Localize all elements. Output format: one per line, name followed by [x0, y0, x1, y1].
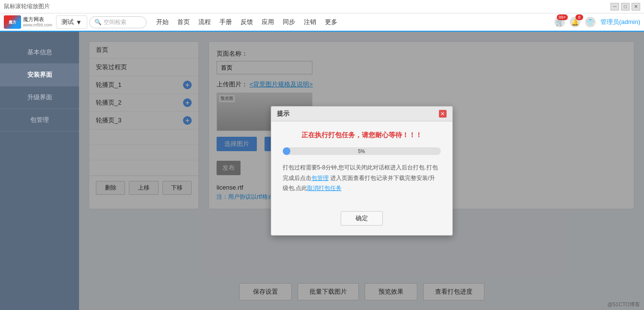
cancel-task-link[interactable]: 取消打包任务 — [307, 185, 342, 191]
nav-sync[interactable]: 同步 — [283, 18, 295, 26]
modal-body: 正在执行打包任务，请您耐心等待！！！ 5% 打包过程需要5-8分钟,您可以关闭此… — [271, 121, 452, 211]
title-bar: 鼠标滚轮缩放图片 ─ □ ✕ — [0, 0, 644, 13]
logo: 魔方 魔方网表 www.mf99.com — [4, 15, 52, 29]
user-label[interactable]: 管理员(admin) — [600, 18, 640, 26]
package-mgmt-link[interactable]: 包管理 — [311, 175, 329, 181]
maximize-button[interactable]: □ — [621, 3, 630, 11]
nav-items: 开始 首页 流程 手册 反馈 应用 同步 注销 更多 — [156, 18, 337, 26]
progress-bar-fill — [283, 147, 291, 155]
shirt-icon: 👕 — [585, 17, 596, 27]
nav-app[interactable]: 应用 — [262, 18, 274, 26]
menu-right: 🛒 99+ 🔔 8 👕 管理员(admin) — [554, 17, 640, 27]
window-title: 鼠标滚轮缩放图片 — [4, 2, 640, 11]
nav-more[interactable]: 更多 — [325, 18, 337, 26]
modal-ok-button[interactable]: 确定 — [341, 211, 383, 226]
nav-manual[interactable]: 手册 — [219, 18, 232, 26]
nav-start[interactable]: 开始 — [156, 18, 169, 26]
menu-bar: 魔方 魔方网表 www.mf99.com 测试 ▼ 🔍 空间检索 开始 首页 流… — [0, 13, 644, 32]
notification-button-2[interactable]: 🔔 8 — [570, 17, 580, 27]
progress-bar-container: 5% — [283, 147, 441, 155]
modal-description: 打包过程需要5-8分钟,您可以关闭此对话框进入后台打包.打包完成后点击包管理 进… — [283, 163, 441, 194]
shirt-icon-btn[interactable]: 👕 — [585, 17, 596, 27]
sidebar-item-basic-info[interactable]: 基本信息 — [0, 41, 79, 64]
close-button[interactable]: ✕ — [632, 3, 640, 11]
modal-header: 提示 ✕ — [271, 107, 452, 121]
minimize-button[interactable]: ─ — [610, 3, 619, 11]
search-box[interactable]: 🔍 空间检索 — [89, 16, 147, 28]
content-area: 首页 安装过程页 轮播页_1 + 轮播页_2 + 轮播页_3 + — [79, 32, 644, 310]
progress-label: 5% — [358, 149, 365, 154]
logo-text: 魔方网表 www.mf99.com — [23, 16, 52, 28]
modal-close-button[interactable]: ✕ — [439, 110, 447, 118]
sidebar: 基本信息 安装界面 升级界面 包管理 — [0, 32, 79, 310]
modal-footer: 确定 — [271, 211, 452, 235]
nav-home[interactable]: 首页 — [177, 18, 190, 26]
modal-title: 提示 — [277, 109, 289, 118]
test-dropdown[interactable]: 测试 ▼ — [56, 15, 87, 29]
main-layout: 基本信息 安装界面 升级界面 包管理 首页 安装过程页 轮播页_1 + — [0, 32, 644, 310]
badge-count-1: 99+ — [557, 14, 568, 20]
nav-feedback[interactable]: 反馈 — [241, 18, 253, 26]
nav-logout[interactable]: 注销 — [304, 18, 316, 26]
modal-overlay: 提示 ✕ 正在执行打包任务，请您耐心等待！！！ 5% 打包过程需要5-8分钟,您… — [79, 32, 644, 310]
search-icon: 🔍 — [94, 19, 102, 25]
badge-count-2: 8 — [575, 14, 583, 20]
logo-icon: 魔方 — [4, 15, 21, 29]
sidebar-item-package-mgmt[interactable]: 包管理 — [0, 109, 79, 131]
notification-button-1[interactable]: 🛒 99+ — [554, 17, 565, 27]
modal-dialog: 提示 ✕ 正在执行打包任务，请您耐心等待！！！ 5% 打包过程需要5-8分钟,您… — [271, 106, 453, 236]
chevron-down-icon: ▼ — [76, 19, 82, 26]
sidebar-item-upgrade-ui[interactable]: 升级界面 — [0, 86, 79, 109]
window-controls: ─ □ ✕ — [610, 3, 640, 11]
sidebar-item-install-ui[interactable]: 安装界面 — [0, 64, 79, 86]
nav-flow[interactable]: 流程 — [198, 18, 211, 26]
modal-status-text: 正在执行打包任务，请您耐心等待！！！ — [283, 131, 441, 140]
